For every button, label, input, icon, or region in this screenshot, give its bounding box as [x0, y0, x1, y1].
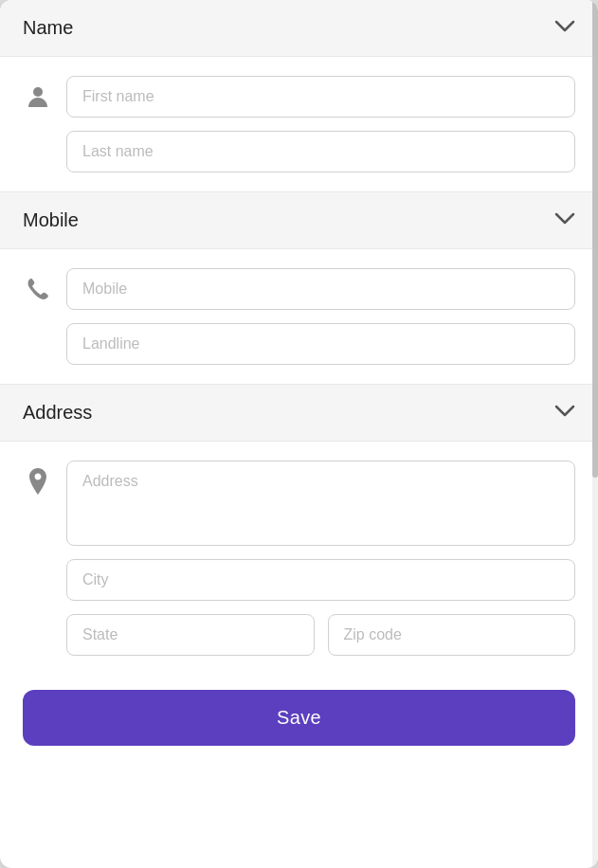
scrollbar[interactable]	[592, 0, 598, 868]
phone-icon	[23, 268, 53, 310]
mobile-section-content	[0, 249, 598, 384]
address-inputs	[66, 461, 575, 656]
landline-input[interactable]	[66, 323, 575, 365]
zip-input[interactable]	[328, 614, 576, 656]
address-section-header[interactable]: Address	[0, 384, 598, 442]
mobile-inputs	[66, 268, 575, 365]
address-field-row	[23, 461, 575, 656]
mobile-input[interactable]	[66, 268, 575, 310]
save-button[interactable]: Save	[23, 690, 575, 746]
city-input[interactable]	[66, 559, 575, 601]
person-icon	[23, 76, 53, 118]
name-section-content	[0, 57, 598, 191]
mobile-section-header[interactable]: Mobile	[0, 191, 598, 249]
mobile-section-title: Mobile	[23, 209, 79, 231]
address-chevron-icon[interactable]	[554, 403, 575, 423]
address-section-title: Address	[23, 402, 92, 424]
first-name-input[interactable]	[66, 76, 575, 118]
mobile-field-row	[23, 268, 575, 365]
name-section-header[interactable]: Name	[0, 0, 598, 57]
contact-form-card: Name Mobile	[0, 0, 598, 868]
address-section-content	[0, 442, 598, 675]
svg-point-0	[33, 87, 43, 97]
state-input[interactable]	[66, 614, 315, 656]
state-zip-row	[66, 614, 575, 656]
name-field-row	[23, 76, 575, 172]
scrollbar-thumb[interactable]	[592, 0, 598, 478]
last-name-input[interactable]	[66, 131, 575, 172]
name-chevron-icon[interactable]	[554, 18, 575, 38]
location-icon	[23, 461, 53, 502]
mobile-chevron-icon[interactable]	[554, 210, 575, 230]
address-input[interactable]	[66, 461, 575, 546]
name-inputs	[66, 76, 575, 172]
name-section-title: Name	[23, 17, 73, 39]
save-area: Save	[0, 675, 598, 769]
